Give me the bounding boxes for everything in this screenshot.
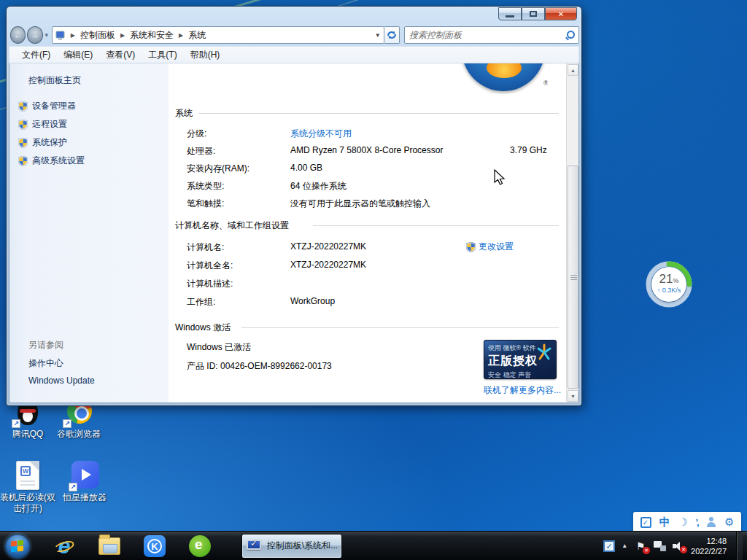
sidebar-item-label: 设备管理器 (32, 100, 76, 112)
scroll-up-arrow[interactable]: ▲ (568, 64, 578, 76)
start-button[interactable] (5, 534, 30, 559)
gadget-tray-icon[interactable]: ✓ (603, 540, 615, 552)
taskbar-clock[interactable]: 12:48 2022/2/27 (691, 536, 729, 556)
processor-label: 处理器: (187, 145, 215, 158)
scroll-down-arrow[interactable]: ▼ (568, 390, 578, 402)
desktop-icon-star-player[interactable]: ↗ 恒星播放器 (55, 461, 114, 503)
sidebar-item-windows-update[interactable]: Windows Update (28, 376, 95, 386)
sidebar-item-action-center[interactable]: 操作中心 (28, 357, 63, 370)
refresh-button[interactable] (384, 26, 400, 44)
ram-value: 4.00 GB (290, 163, 322, 173)
uac-shield-icon (18, 120, 28, 130)
ime-toolbar[interactable]: ✓ 中 ☽ ’, ⚙ (633, 512, 741, 532)
shortcut-arrow-icon: ↗ (69, 483, 77, 491)
control-panel-icon (55, 30, 66, 40)
desktop-icon-label: 腾讯QQ (0, 429, 57, 440)
computer-name-label: 计算机名: (187, 241, 224, 254)
title-bar[interactable]: ✕ (9, 7, 579, 24)
uac-shield-icon (18, 138, 28, 148)
full-computer-name-label: 计算机全名: (187, 260, 233, 272)
menu-edit[interactable]: 编辑(E) (57, 47, 99, 63)
menu-help[interactable]: 帮助(H) (184, 47, 227, 63)
badge-line3: 安全 稳定 声誉 (488, 370, 552, 379)
action-center-flag-icon[interactable]: ⚑✕ (634, 540, 647, 552)
taskbar-k-app-button[interactable]: K (144, 535, 166, 557)
address-bar[interactable]: ▶ 控制面板 ▶ 系统和安全 ▶ 系统 ▼ (52, 26, 384, 44)
menu-tools[interactable]: 工具(T) (142, 47, 183, 63)
registered-mark: ® (543, 79, 548, 87)
active-task-control-panel[interactable]: ✓ 控制面板\系统和... (241, 534, 342, 559)
sidebar-item-remote-settings[interactable]: 远程设置 (18, 118, 67, 131)
sidebar: 控制面板主页 设备管理器 (9, 63, 169, 402)
computer-name-value: XTZJ-20220227MK (290, 241, 366, 252)
windows-orb-logo: ® (459, 63, 548, 94)
workgroup-value: WorkGroup (290, 296, 335, 306)
genuine-software-badge[interactable]: 使用 微软® 软件 正版授权 安全 稳定 声誉 (484, 340, 557, 379)
recent-pages-caret-icon[interactable]: ▼ (44, 32, 50, 39)
back-button[interactable]: ← (10, 26, 26, 44)
uac-shield-icon (466, 242, 476, 252)
change-settings-link[interactable]: 更改设置 (479, 241, 514, 253)
close-button[interactable]: ✕ (545, 7, 577, 20)
breadcrumb-system-security[interactable]: 系统和安全 (130, 29, 174, 42)
sidebar-item-label: 高级系统设置 (32, 155, 85, 167)
show-desktop-button[interactable] (736, 532, 743, 560)
speed-ball-widget[interactable]: 21% ↑ 0.3K/s (645, 260, 693, 308)
taskbar-ie-button[interactable]: e (53, 535, 75, 557)
breadcrumb-arrow-icon: ▶ (120, 32, 125, 39)
sidebar-item-system-protection[interactable]: 系统保护 (18, 136, 67, 149)
desktop-icon-label: 装机后必读(双击打开) (0, 492, 57, 514)
menu-bar: 文件(F) 编辑(E) 查看(V) 工具(T) 帮助(H) (9, 46, 579, 63)
learn-more-online-link[interactable]: 联机了解更多内容... (484, 384, 561, 397)
vertical-scrollbar[interactable]: ▲ ▼ (566, 63, 578, 402)
section-title-computer-name: 计算机名称、域和工作组设置 (175, 219, 289, 232)
ime-user-icon[interactable] (706, 517, 716, 527)
mouse-cursor (493, 169, 506, 187)
taskbar-360-browser-button[interactable] (189, 535, 211, 557)
search-icon[interactable] (565, 31, 574, 39)
sidebar-item-advanced-settings[interactable]: 高级系统设置 (18, 155, 85, 167)
breadcrumb-system[interactable]: 系统 (188, 29, 206, 42)
uac-shield-icon (18, 101, 28, 112)
refresh-icon (387, 30, 397, 40)
search-input[interactable]: 搜索控制面板 (404, 26, 579, 44)
breadcrumb-control-panel[interactable]: 控制面板 (80, 29, 115, 42)
network-icon[interactable] (654, 541, 666, 551)
menu-view[interactable]: 查看(V) (99, 47, 142, 63)
ime-logo-icon[interactable]: ✓ (640, 517, 651, 528)
ime-punctuation-icon[interactable]: ’, (696, 517, 698, 528)
sidebar-item-device-manager[interactable]: 设备管理器 (18, 100, 76, 112)
taskbar-explorer-button[interactable] (98, 535, 120, 557)
ime-fullwidth-moon-icon[interactable]: ☽ (678, 516, 688, 528)
minimize-button[interactable] (498, 7, 522, 20)
product-id: 产品 ID: 00426-OEM-8992662-00173 (187, 360, 332, 373)
green-browser-icon (189, 535, 211, 557)
desktop-icon-label: 恒星播放器 (55, 492, 114, 503)
desktop-icon-readme[interactable]: W 装机后必读(双击打开) (0, 461, 57, 514)
ram-label: 安装内存(RAM): (187, 163, 249, 175)
clock-date: 2022/2/27 (691, 546, 727, 556)
sidebar-item-label: 系统保护 (32, 136, 67, 149)
ime-chinese-mode-icon[interactable]: 中 (659, 516, 670, 529)
show-hidden-icons-arrow[interactable]: ▲ (622, 542, 627, 549)
main-content: ® 系统 分级: 系统分级不可用 处理器: AMD Ryzen 7 5800X … (169, 63, 566, 402)
document-icon: W (13, 461, 42, 490)
pen-touch-value: 没有可用于此显示器的笔或触控输入 (290, 198, 430, 210)
address-dropdown-icon[interactable]: ▼ (375, 32, 381, 39)
maximize-button[interactable] (522, 7, 545, 20)
taskbar: e K ✓ 控制面板\系统和... ✓ ▲ ⚑✕ ✕ 12:48 2022/2/… (0, 531, 747, 560)
sidebar-item-control-panel-home[interactable]: 控制面板主页 (28, 74, 81, 87)
shortcut-arrow-icon: ↗ (63, 419, 71, 428)
menu-file[interactable]: 文件(F) (15, 47, 57, 63)
scrollbar-thumb[interactable] (568, 166, 578, 389)
change-settings[interactable]: 更改设置 (466, 241, 514, 253)
volume-muted-icon[interactable]: ✕ (673, 541, 684, 551)
ime-settings-gear-icon[interactable]: ⚙ (724, 516, 734, 529)
forward-button[interactable]: → (27, 26, 42, 44)
processor-value: AMD Ryzen 7 5800X 8-Core Processor (290, 145, 443, 155)
desktop-icon-label: 谷歌浏览器 (50, 429, 108, 440)
rating-unavailable-link[interactable]: 系统分级不可用 (290, 128, 352, 140)
active-task-label: 控制面板\系统和... (267, 540, 337, 552)
system-type-label: 系统类型: (187, 180, 224, 192)
percent-unit: % (673, 277, 678, 284)
